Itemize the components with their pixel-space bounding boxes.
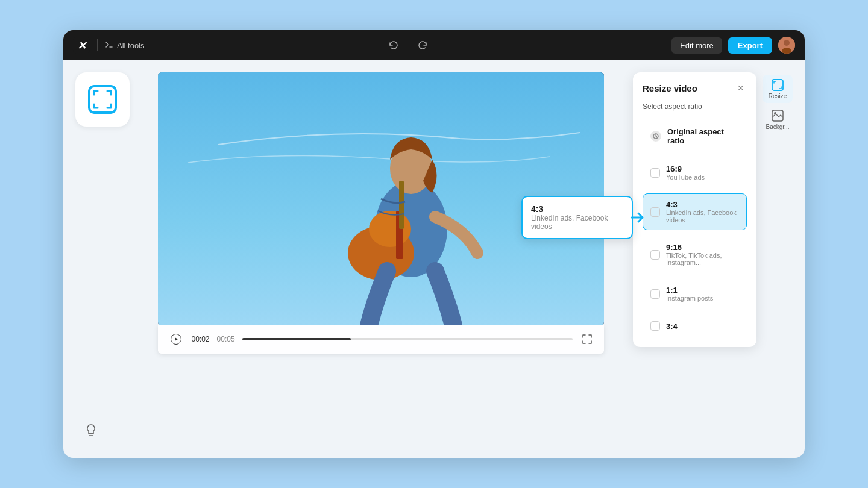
ratio-label-1-1: 1:1 <box>666 286 713 295</box>
panel-close-button[interactable]: ✕ <box>735 82 747 94</box>
aspect-text-9-16: 9:16 TikTok, TikTok ads, Instagram... <box>666 243 739 266</box>
resize-panel: Resize video ✕ Select aspect ratio Origi… <box>633 72 756 347</box>
avatar[interactable] <box>778 37 795 54</box>
tooltip-desc: LinkedIn ads, Facebook videos <box>531 214 623 231</box>
aspect-item-1-1[interactable]: 1:1 Instagram posts <box>643 279 747 308</box>
app-logo[interactable]: ✕ <box>73 37 90 54</box>
topbar-center <box>152 37 665 54</box>
tooltip-ratio: 4:3 <box>531 204 623 214</box>
ratio-label-16-9: 16:9 <box>666 164 705 174</box>
undo-button[interactable] <box>385 37 402 54</box>
right-panel: Resize video ✕ Select aspect ratio Origi… <box>633 72 793 446</box>
svg-point-3 <box>784 40 790 46</box>
panel-header: Resize video ✕ <box>643 82 747 94</box>
export-button[interactable]: Export <box>728 37 772 54</box>
play-button[interactable] <box>168 331 184 348</box>
ratio-label-4-3: 4:3 <box>666 200 739 209</box>
aspect-item-3-4[interactable]: 3:4 <box>643 314 747 337</box>
svg-rect-5 <box>89 86 116 113</box>
aspect-text-1-1: 1:1 Instagram posts <box>666 286 713 302</box>
fullscreen-button[interactable] <box>580 332 594 346</box>
aspect-item-9-16[interactable]: 9:16 TikTok, TikTok ads, Instagram... <box>643 236 747 273</box>
ratio-label-3-4: 3:4 <box>666 322 678 331</box>
time-current: 00:02 <box>192 335 210 343</box>
checkbox-9-16[interactable] <box>650 250 660 260</box>
topbar-divider <box>97 39 98 51</box>
svg-text:✕: ✕ <box>77 40 87 52</box>
svg-point-10 <box>369 211 411 247</box>
ratio-desc-1-1: Instagram posts <box>666 295 713 302</box>
video-controls: 00:02 00:05 <box>158 325 604 354</box>
sidebar-background-label: Backgr... <box>766 124 790 130</box>
main-content: 00:02 00:05 <box>63 60 805 458</box>
sidebar-icons: Resize Backgr... <box>763 72 793 446</box>
checkbox-16-9[interactable] <box>650 168 660 178</box>
aspect-text-4-3: 4:3 LinkedIn ads, Facebook videos <box>666 200 739 224</box>
topbar: ✕ All tools Edi <box>63 30 805 60</box>
svg-rect-12 <box>399 181 404 229</box>
video-area: 00:02 00:05 <box>138 72 623 446</box>
topbar-right: Edit more Export <box>671 37 795 54</box>
ratio-label-9-16: 9:16 <box>666 243 739 252</box>
ratio-desc-9-16: TikTok, TikTok ads, Instagram... <box>666 252 739 266</box>
time-total: 00:05 <box>217 335 235 343</box>
bulb-icon[interactable] <box>81 421 101 440</box>
sidebar-resize-label: Resize <box>769 93 787 99</box>
checkbox-4-3[interactable] <box>650 207 660 217</box>
progress-bar[interactable] <box>242 338 573 340</box>
aspect-item-4-3[interactable]: 4:3 LinkedIn ads, Facebook videos <box>643 193 747 230</box>
edit-more-button[interactable]: Edit more <box>671 37 722 54</box>
aspect-text-3-4: 3:4 <box>666 322 678 331</box>
redo-button[interactable] <box>414 37 431 54</box>
progress-fill <box>242 338 351 340</box>
original-ratio-label: Original aspect ratio <box>667 127 739 145</box>
all-tools-label: All tools <box>117 41 145 50</box>
original-icon <box>650 131 661 142</box>
sidebar-item-background[interactable]: Backgr... <box>763 105 793 134</box>
aspect-item-original[interactable]: Original aspect ratio <box>643 120 747 152</box>
all-tools-button[interactable]: All tools <box>105 41 145 50</box>
sidebar-item-resize[interactable]: Resize <box>763 75 793 103</box>
aspect-item-16-9[interactable]: 16:9 YouTube ads <box>643 158 747 187</box>
tooltip-bubble: 4:3 LinkedIn ads, Facebook videos <box>521 196 633 239</box>
original-text: Original aspect ratio <box>667 127 739 145</box>
ratio-desc-4-3: LinkedIn ads, Facebook videos <box>666 209 739 224</box>
checkbox-3-4[interactable] <box>650 321 660 331</box>
panel-subtitle: Select aspect ratio <box>643 102 747 111</box>
ratio-desc-16-9: YouTube ads <box>666 174 705 181</box>
aspect-text-16-9: 16:9 YouTube ads <box>666 164 705 181</box>
app-window: ✕ All tools Edi <box>63 30 805 458</box>
checkbox-1-1[interactable] <box>650 289 660 299</box>
left-panel <box>75 72 130 446</box>
panel-title: Resize video <box>643 83 697 93</box>
resize-icon-box <box>75 72 130 127</box>
svg-point-17 <box>774 112 776 114</box>
